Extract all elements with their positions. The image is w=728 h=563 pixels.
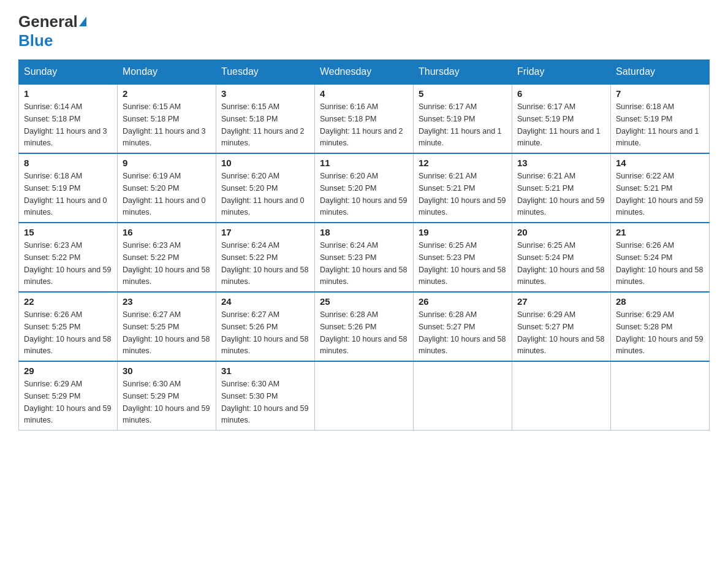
day-number: 1 (24, 88, 112, 99)
day-number: 23 (123, 296, 211, 307)
day-info: Sunrise: 6:15 AMSunset: 5:18 PMDaylight:… (123, 102, 206, 147)
calendar-cell: 26 Sunrise: 6:28 AMSunset: 5:27 PMDaylig… (414, 292, 512, 361)
day-info: Sunrise: 6:26 AMSunset: 5:25 PMDaylight:… (24, 310, 111, 355)
day-info: Sunrise: 6:17 AMSunset: 5:19 PMDaylight:… (419, 102, 502, 147)
day-number: 26 (419, 296, 507, 307)
day-number: 25 (320, 296, 408, 307)
day-number: 11 (320, 158, 408, 168)
calendar-week-row: 29 Sunrise: 6:29 AMSunset: 5:29 PMDaylig… (19, 361, 710, 431)
calendar-header-row: SundayMondayTuesdayWednesdayThursdayFrid… (19, 60, 710, 85)
day-number: 15 (24, 227, 112, 237)
calendar-week-row: 8 Sunrise: 6:18 AMSunset: 5:19 PMDayligh… (19, 153, 710, 223)
day-of-week-header: Friday (512, 60, 611, 85)
day-info: Sunrise: 6:30 AMSunset: 5:29 PMDaylight:… (123, 380, 210, 424)
calendar-cell: 22 Sunrise: 6:26 AMSunset: 5:25 PMDaylig… (19, 292, 118, 361)
day-of-week-header: Wednesday (315, 60, 414, 85)
day-info: Sunrise: 6:27 AMSunset: 5:25 PMDaylight:… (123, 310, 210, 355)
calendar-cell: 17 Sunrise: 6:24 AMSunset: 5:22 PMDaylig… (216, 223, 315, 292)
calendar-cell: 3 Sunrise: 6:15 AMSunset: 5:18 PMDayligh… (216, 84, 315, 153)
calendar-cell: 25 Sunrise: 6:28 AMSunset: 5:26 PMDaylig… (315, 292, 414, 361)
day-info: Sunrise: 6:30 AMSunset: 5:30 PMDaylight:… (221, 380, 308, 424)
calendar-cell: 11 Sunrise: 6:20 AMSunset: 5:20 PMDaylig… (315, 153, 414, 223)
day-info: Sunrise: 6:29 AMSunset: 5:27 PMDaylight:… (517, 310, 604, 355)
logo: General Blue (18, 12, 86, 50)
calendar-cell (512, 361, 611, 431)
day-info: Sunrise: 6:25 AMSunset: 5:24 PMDaylight:… (517, 241, 604, 286)
day-number: 28 (616, 296, 704, 307)
calendar-cell (611, 361, 710, 431)
day-number: 2 (123, 88, 211, 99)
calendar-cell: 8 Sunrise: 6:18 AMSunset: 5:19 PMDayligh… (19, 153, 118, 223)
calendar-body: 1 Sunrise: 6:14 AMSunset: 5:18 PMDayligh… (19, 84, 710, 431)
day-number: 24 (221, 296, 309, 307)
day-info: Sunrise: 6:23 AMSunset: 5:22 PMDaylight:… (123, 241, 210, 286)
day-info: Sunrise: 6:22 AMSunset: 5:21 PMDaylight:… (616, 172, 703, 216)
calendar-cell: 15 Sunrise: 6:23 AMSunset: 5:22 PMDaylig… (19, 223, 118, 292)
calendar-cell: 19 Sunrise: 6:25 AMSunset: 5:23 PMDaylig… (414, 223, 512, 292)
calendar-cell: 27 Sunrise: 6:29 AMSunset: 5:27 PMDaylig… (512, 292, 611, 361)
day-number: 13 (517, 158, 605, 168)
calendar-cell: 18 Sunrise: 6:24 AMSunset: 5:23 PMDaylig… (315, 223, 414, 292)
day-of-week-header: Thursday (414, 60, 512, 85)
day-info: Sunrise: 6:24 AMSunset: 5:23 PMDaylight:… (320, 241, 407, 286)
day-number: 7 (616, 88, 704, 99)
day-number: 16 (123, 227, 211, 237)
day-number: 14 (616, 158, 704, 168)
day-number: 8 (24, 158, 112, 168)
day-number: 30 (123, 366, 211, 376)
day-info: Sunrise: 6:28 AMSunset: 5:26 PMDaylight:… (320, 310, 407, 355)
calendar-cell: 29 Sunrise: 6:29 AMSunset: 5:29 PMDaylig… (19, 361, 118, 431)
day-info: Sunrise: 6:15 AMSunset: 5:18 PMDaylight:… (221, 102, 305, 147)
logo-general: General (18, 12, 78, 31)
calendar-cell: 2 Sunrise: 6:15 AMSunset: 5:18 PMDayligh… (118, 84, 216, 153)
calendar-cell (414, 361, 512, 431)
calendar-cell: 28 Sunrise: 6:29 AMSunset: 5:28 PMDaylig… (611, 292, 710, 361)
calendar-cell: 6 Sunrise: 6:17 AMSunset: 5:19 PMDayligh… (512, 84, 611, 153)
day-info: Sunrise: 6:16 AMSunset: 5:18 PMDaylight:… (320, 102, 403, 147)
day-info: Sunrise: 6:17 AMSunset: 5:19 PMDaylight:… (517, 102, 601, 147)
day-info: Sunrise: 6:29 AMSunset: 5:29 PMDaylight:… (24, 380, 111, 424)
calendar-cell: 13 Sunrise: 6:21 AMSunset: 5:21 PMDaylig… (512, 153, 611, 223)
day-info: Sunrise: 6:26 AMSunset: 5:24 PMDaylight:… (616, 241, 703, 286)
calendar-cell: 7 Sunrise: 6:18 AMSunset: 5:19 PMDayligh… (611, 84, 710, 153)
calendar-cell: 4 Sunrise: 6:16 AMSunset: 5:18 PMDayligh… (315, 84, 414, 153)
day-number: 17 (221, 227, 309, 237)
day-number: 19 (419, 227, 507, 237)
day-of-week-header: Saturday (611, 60, 710, 85)
calendar-table: SundayMondayTuesdayWednesdayThursdayFrid… (18, 59, 710, 431)
day-number: 29 (24, 366, 112, 376)
day-info: Sunrise: 6:29 AMSunset: 5:28 PMDaylight:… (616, 310, 703, 355)
calendar-cell: 10 Sunrise: 6:20 AMSunset: 5:20 PMDaylig… (216, 153, 315, 223)
day-info: Sunrise: 6:18 AMSunset: 5:19 PMDaylight:… (616, 102, 699, 147)
calendar-cell: 30 Sunrise: 6:30 AMSunset: 5:29 PMDaylig… (118, 361, 216, 431)
calendar-cell: 23 Sunrise: 6:27 AMSunset: 5:25 PMDaylig… (118, 292, 216, 361)
calendar-week-row: 15 Sunrise: 6:23 AMSunset: 5:22 PMDaylig… (19, 223, 710, 292)
day-of-week-header: Sunday (19, 60, 118, 85)
day-number: 31 (221, 366, 309, 376)
day-number: 6 (517, 88, 605, 99)
day-number: 10 (221, 158, 309, 168)
calendar-cell: 31 Sunrise: 6:30 AMSunset: 5:30 PMDaylig… (216, 361, 315, 431)
calendar-cell: 16 Sunrise: 6:23 AMSunset: 5:22 PMDaylig… (118, 223, 216, 292)
calendar-cell: 1 Sunrise: 6:14 AMSunset: 5:18 PMDayligh… (19, 84, 118, 153)
day-info: Sunrise: 6:14 AMSunset: 5:18 PMDaylight:… (24, 102, 107, 147)
calendar-cell: 24 Sunrise: 6:27 AMSunset: 5:26 PMDaylig… (216, 292, 315, 361)
day-number: 22 (24, 296, 112, 307)
calendar-cell: 12 Sunrise: 6:21 AMSunset: 5:21 PMDaylig… (414, 153, 512, 223)
day-number: 18 (320, 227, 408, 237)
day-number: 12 (419, 158, 507, 168)
day-info: Sunrise: 6:21 AMSunset: 5:21 PMDaylight:… (419, 172, 506, 216)
day-info: Sunrise: 6:19 AMSunset: 5:20 PMDaylight:… (123, 172, 206, 216)
day-number: 5 (419, 88, 507, 99)
day-info: Sunrise: 6:28 AMSunset: 5:27 PMDaylight:… (419, 310, 506, 355)
day-info: Sunrise: 6:25 AMSunset: 5:23 PMDaylight:… (419, 241, 506, 286)
day-number: 27 (517, 296, 605, 307)
calendar-cell: 20 Sunrise: 6:25 AMSunset: 5:24 PMDaylig… (512, 223, 611, 292)
calendar-cell: 9 Sunrise: 6:19 AMSunset: 5:20 PMDayligh… (118, 153, 216, 223)
day-info: Sunrise: 6:18 AMSunset: 5:19 PMDaylight:… (24, 172, 107, 216)
day-info: Sunrise: 6:20 AMSunset: 5:20 PMDaylight:… (320, 172, 407, 216)
calendar-cell: 14 Sunrise: 6:22 AMSunset: 5:21 PMDaylig… (611, 153, 710, 223)
calendar-week-row: 1 Sunrise: 6:14 AMSunset: 5:18 PMDayligh… (19, 84, 710, 153)
page-header: General Blue (18, 12, 710, 50)
day-number: 4 (320, 88, 408, 99)
